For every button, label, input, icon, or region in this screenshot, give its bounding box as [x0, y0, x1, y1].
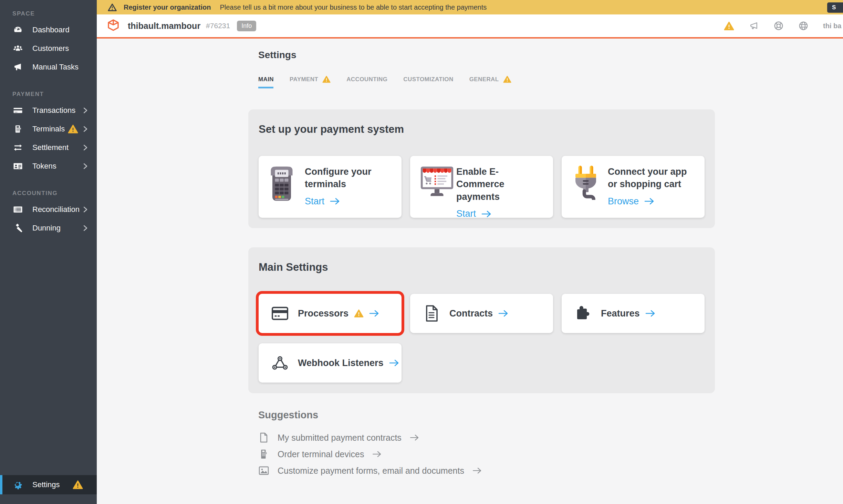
- transfer-icon: [12, 142, 23, 153]
- megaphone-icon[interactable]: [749, 21, 759, 31]
- tab-label: GENERAL: [469, 76, 499, 83]
- gauge-icon: [12, 24, 23, 35]
- arrow-right-icon: [498, 309, 509, 318]
- sidebar-item-customers[interactable]: Customers: [0, 39, 97, 58]
- suggestion-label: Customize payment forms, email and docum…: [278, 466, 464, 476]
- main-settings-section: Main Settings Processors Contracts: [248, 247, 715, 393]
- warning-icon: [354, 309, 364, 318]
- suggestion-customize-forms[interactable]: Customize payment forms, email and docum…: [258, 465, 482, 476]
- tab-customization[interactable]: CUSTOMIZATION: [403, 76, 453, 88]
- warning-icon: [322, 76, 331, 83]
- contracts-card[interactable]: Contracts: [410, 294, 553, 333]
- image-icon: [258, 465, 269, 476]
- header: thibault.mambour #76231 Info thi ba: [97, 14, 843, 39]
- sidebar-item-label: Manual Tasks: [32, 63, 79, 72]
- card-label: Features: [601, 308, 640, 319]
- sidebar-item-label: Dashboard: [32, 25, 70, 34]
- tab-label: MAIN: [258, 76, 274, 83]
- connect-app-card[interactable]: Connect your app or shopping cart Browse: [562, 156, 705, 218]
- sidebar-item-label: Transactions: [32, 106, 75, 115]
- browse-link[interactable]: Browse: [608, 196, 696, 207]
- sidebar-item-dunning[interactable]: Dunning: [0, 219, 97, 237]
- sidebar-item-tokens[interactable]: Tokens: [0, 157, 97, 175]
- sidebar-item-label: Settings: [32, 480, 60, 489]
- megaphone-icon: [12, 62, 23, 73]
- warning-icon: [108, 3, 117, 11]
- arrow-right-icon: [645, 309, 656, 318]
- credit-card-icon: [12, 105, 23, 116]
- globe-icon[interactable]: [798, 21, 809, 31]
- gear-icon: [12, 479, 23, 490]
- document-icon: [258, 432, 269, 443]
- terminal-icon: [12, 124, 23, 135]
- sidebar-item-label: Customers: [32, 44, 69, 53]
- tab-payment[interactable]: PAYMENT: [290, 76, 331, 88]
- sidebar-item-settings[interactable]: Settings: [0, 475, 97, 494]
- start-link[interactable]: Start: [456, 208, 545, 219]
- sidebar-item-dashboard[interactable]: Dashboard: [0, 21, 97, 39]
- suggestion-label: My submitted payment contracts: [278, 433, 402, 443]
- tab-general[interactable]: GENERAL: [469, 76, 511, 88]
- register-banner: Register your organization Please tell u…: [97, 0, 843, 14]
- chevron-right-icon: [83, 143, 88, 152]
- user-menu[interactable]: thi ba: [823, 22, 843, 30]
- warning-icon[interactable]: [724, 21, 734, 31]
- ecommerce-card[interactable]: Enable E-Commerce payments Start: [410, 156, 553, 218]
- sidebar: SPACE Dashboard Customers Manual Tasks P…: [0, 0, 97, 504]
- arrow-right-icon: [472, 467, 482, 474]
- suggestion-label: Order terminal devices: [278, 449, 364, 459]
- puzzle-icon: [575, 305, 591, 322]
- gavel-icon: [12, 223, 23, 234]
- arrow-right-icon: [644, 197, 655, 205]
- brand-cube-icon: [108, 19, 119, 32]
- features-card[interactable]: Features: [562, 294, 705, 333]
- credit-card-icon: [272, 305, 288, 322]
- terminal-illustration-icon: [268, 165, 296, 203]
- card-label: Contracts: [449, 308, 493, 319]
- arrow-right-icon: [372, 450, 382, 458]
- sidebar-item-label: Terminals: [32, 125, 65, 133]
- arrow-right-icon: [481, 210, 492, 218]
- tab-accounting[interactable]: ACCOUNTING: [346, 76, 387, 88]
- arrow-right-icon: [389, 359, 399, 367]
- sidebar-item-manual-tasks[interactable]: Manual Tasks: [0, 58, 97, 76]
- card-title: Configure your terminals: [305, 165, 393, 191]
- suggestions-title: Suggestions: [258, 409, 482, 421]
- card-label: Processors: [298, 308, 348, 319]
- sidebar-item-reconciliation[interactable]: Reconciliation: [0, 200, 97, 219]
- suggestion-order-terminals[interactable]: Order terminal devices: [258, 449, 482, 459]
- terminal-icon: [258, 449, 269, 459]
- warning-icon: [73, 480, 83, 489]
- tab-label: PAYMENT: [290, 76, 318, 83]
- info-badge[interactable]: Info: [237, 21, 256, 31]
- list-icon: [12, 204, 23, 215]
- warning-icon: [503, 76, 511, 83]
- sidebar-item-label: Dunning: [32, 224, 61, 233]
- sidebar-section-payment: PAYMENT: [12, 91, 97, 98]
- sidebar-item-label: Tokens: [32, 162, 56, 171]
- chevron-right-icon: [83, 125, 88, 133]
- configure-terminals-card[interactable]: Configure your terminals Start: [259, 156, 402, 218]
- sidebar-item-settlement[interactable]: Settlement: [0, 138, 97, 157]
- banner-start-button[interactable]: S: [827, 2, 843, 13]
- sidebar-item-label: Reconciliation: [32, 205, 80, 214]
- chevron-right-icon: [83, 224, 88, 232]
- processors-card[interactable]: Processors: [259, 294, 402, 333]
- webhook-listeners-card[interactable]: Webhook Listeners: [259, 343, 402, 383]
- id-card-icon: [12, 161, 23, 172]
- link-label: Start: [456, 208, 476, 219]
- chevron-right-icon: [83, 205, 88, 214]
- banner-message: Please tell us a bit more about your bus…: [220, 3, 487, 11]
- start-link[interactable]: Start: [305, 196, 393, 207]
- lifebuoy-icon[interactable]: [773, 21, 784, 31]
- sidebar-item-label: Settlement: [32, 143, 69, 152]
- sidebar-item-transactions[interactable]: Transactions: [0, 101, 97, 120]
- warning-icon: [68, 125, 78, 133]
- tab-main[interactable]: MAIN: [258, 76, 274, 88]
- account-name: thibault.mambour: [128, 21, 200, 31]
- suggestion-submitted-contracts[interactable]: My submitted payment contracts: [258, 432, 482, 443]
- account-id: #76231: [206, 22, 230, 30]
- sidebar-item-terminals[interactable]: Terminals: [0, 120, 97, 138]
- link-label: Browse: [608, 196, 639, 207]
- plug-illustration-icon: [571, 165, 599, 203]
